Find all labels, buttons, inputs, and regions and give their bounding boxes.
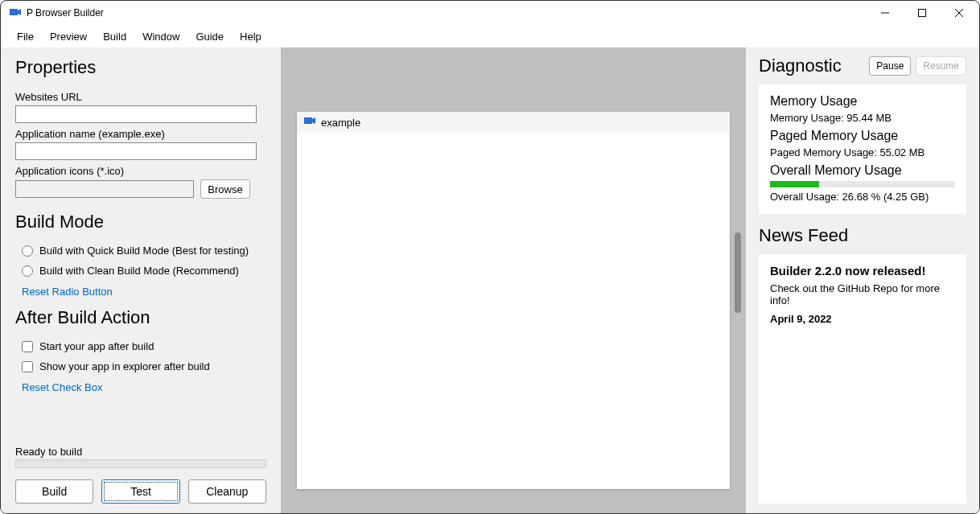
status-text: Ready to build	[15, 446, 266, 458]
content-area: Properties Websites URL Application name…	[1, 47, 979, 513]
right-panel: Diagnostic Pause Resume Memory Usage Mem…	[746, 47, 979, 513]
menu-build[interactable]: Build	[95, 27, 134, 46]
memory-usage-title: Memory Usage	[770, 94, 955, 109]
preview-window: example	[297, 112, 730, 489]
check-start-app[interactable]: Start your app after build	[22, 340, 266, 352]
overall-usage-text: Overall Usage: 26.68 % (4.25 GB)	[770, 191, 955, 203]
overall-usage-bar	[770, 181, 955, 187]
diagnostic-card: Memory Usage Memory Usage: 95.44 MB Page…	[759, 84, 966, 214]
preview-title-text: example	[321, 117, 360, 129]
overall-memory-title: Overall Memory Usage	[770, 163, 955, 178]
properties-heading: Properties	[15, 57, 266, 78]
left-panel: Properties Websites URL Application name…	[1, 47, 281, 513]
app-icon	[9, 6, 22, 19]
news-date: April 9, 2022	[770, 313, 955, 325]
menu-file[interactable]: File	[9, 27, 42, 46]
app-name-label: Application name (example.exe)	[15, 128, 266, 140]
svg-rect-5	[304, 117, 312, 124]
resume-button[interactable]: Resume	[916, 56, 966, 76]
browse-button[interactable]: Browse	[200, 179, 250, 199]
menu-help[interactable]: Help	[232, 27, 270, 46]
preview-app-icon	[303, 115, 316, 130]
radio-quick-build-label: Build with Quick Build Mode (Best for te…	[39, 245, 249, 257]
check-show-explorer-input[interactable]	[22, 361, 33, 372]
pause-button[interactable]: Pause	[869, 56, 911, 76]
svg-rect-2	[919, 10, 926, 17]
news-title: Builder 2.2.0 now released!	[770, 264, 955, 278]
scrollbar-thumb[interactable]	[735, 232, 741, 313]
paged-memory-text: Paged Memory Usage: 55.02 MB	[770, 146, 955, 158]
preview-titlebar: example	[297, 112, 730, 133]
maximize-button[interactable]	[904, 1, 941, 25]
check-start-app-input[interactable]	[22, 341, 33, 352]
overall-usage-fill	[770, 181, 819, 187]
svg-rect-0	[10, 9, 18, 15]
close-button[interactable]	[941, 1, 978, 25]
paged-memory-title: Paged Memory Usage	[770, 129, 955, 143]
reset-check-link[interactable]: Reset Check Box	[22, 381, 266, 393]
url-input[interactable]	[15, 105, 257, 123]
menubar: File Preview Build Window Guide Help	[1, 25, 979, 47]
build-button[interactable]: Build	[15, 479, 93, 504]
window-title: P Browser Builder	[27, 7, 104, 19]
reset-radio-link[interactable]: Reset Radio Button	[22, 286, 266, 298]
build-progress-bar	[15, 459, 266, 468]
url-label: Websites URL	[15, 91, 266, 103]
test-button[interactable]: Test	[101, 479, 179, 504]
window-controls	[867, 1, 978, 25]
check-show-explorer[interactable]: Show your app in explorer after build	[22, 360, 266, 372]
radio-clean-build[interactable]: Build with Clean Build Mode (Recommend)	[22, 265, 266, 277]
radio-quick-build-input[interactable]	[22, 245, 33, 257]
icons-input[interactable]	[15, 180, 194, 198]
news-feed-heading: News Feed	[759, 225, 966, 246]
center-panel: example	[281, 47, 746, 513]
check-start-app-label: Start your app after build	[39, 340, 154, 352]
diagnostic-heading: Diagnostic	[759, 56, 842, 76]
radio-quick-build[interactable]: Build with Quick Build Mode (Best for te…	[22, 245, 266, 257]
radio-clean-build-label: Build with Clean Build Mode (Recommend)	[39, 265, 239, 277]
app-name-input[interactable]	[15, 142, 257, 160]
menu-guide[interactable]: Guide	[187, 27, 232, 46]
build-mode-heading: Build Mode	[15, 212, 266, 232]
news-body: Check out the GitHub Repo for more info!	[770, 282, 955, 306]
preview-body	[297, 133, 730, 489]
news-card: Builder 2.2.0 now released! Check out th…	[759, 254, 966, 504]
cleanup-button[interactable]: Cleanup	[188, 479, 266, 504]
check-show-explorer-label: Show your app in explorer after build	[39, 360, 210, 372]
icons-label: Application icons (*.ico)	[15, 165, 266, 177]
menu-preview[interactable]: Preview	[42, 27, 95, 46]
radio-clean-build-input[interactable]	[22, 265, 33, 277]
minimize-button[interactable]	[867, 1, 904, 25]
memory-usage-text: Memory Usage: 95.44 MB	[770, 112, 955, 124]
titlebar: P Browser Builder	[1, 1, 979, 25]
after-build-heading: After Build Action	[15, 307, 266, 328]
menu-window[interactable]: Window	[134, 27, 187, 46]
